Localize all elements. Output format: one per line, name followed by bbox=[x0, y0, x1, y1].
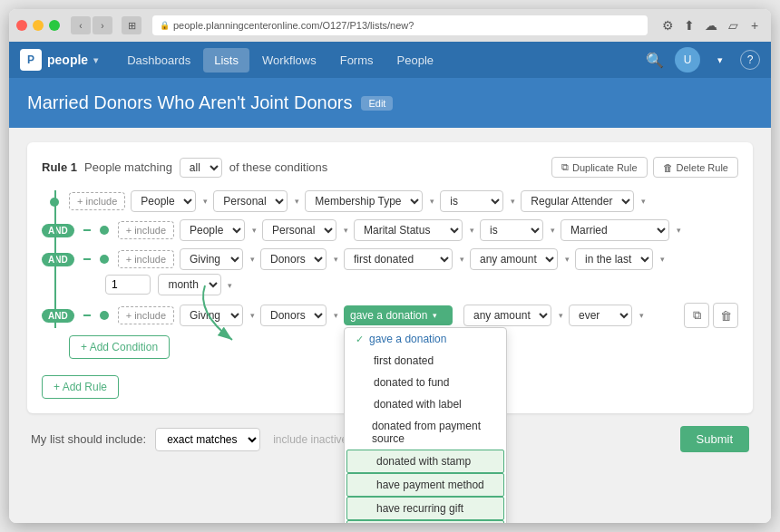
people-logo-icon: P bbox=[20, 49, 42, 71]
col2-select-2[interactable]: Personal bbox=[262, 219, 336, 241]
col3-select-1[interactable]: Membership Type bbox=[305, 190, 423, 212]
chevron-icon: ▾ bbox=[203, 197, 208, 206]
dropdown-item-donated-with-stamp[interactable]: donated with stamp bbox=[346, 450, 504, 473]
dropdown-item-have-recurring-gift[interactable]: have recurring gift bbox=[346, 497, 504, 520]
col1-select-2[interactable]: People bbox=[180, 219, 245, 241]
share-icon[interactable]: ⬆ bbox=[680, 16, 698, 34]
page-title: Married Donors Who Aren't Joint Donors bbox=[27, 92, 352, 113]
chevron-icon: ▾ bbox=[511, 197, 515, 206]
operator-select-1[interactable]: is bbox=[440, 190, 503, 212]
value-select-3[interactable]: in the last bbox=[575, 248, 653, 270]
include-button-3[interactable]: + include bbox=[118, 250, 174, 268]
operator-select-3[interactable]: any amount bbox=[470, 248, 558, 270]
rule-actions: ⧉ Duplicate Rule 🗑 Delete Rule bbox=[551, 157, 738, 178]
exact-matches-select[interactable]: exact matches bbox=[155, 428, 260, 451]
chevron-icon: ▾ bbox=[551, 226, 555, 235]
dropdown-item-are-joint-donors[interactable]: are joint donors bbox=[346, 520, 504, 523]
conditions-label: of these conditions bbox=[229, 160, 327, 174]
nav-forms[interactable]: Forms bbox=[329, 48, 385, 73]
chevron-icon: ▾ bbox=[334, 255, 338, 264]
chevron-icon: ▾ bbox=[250, 255, 255, 264]
sidebar-icon[interactable]: ▱ bbox=[724, 16, 742, 34]
dropdown-item-first-donated[interactable]: first donated bbox=[345, 350, 506, 372]
condition-row-3: AND + include Giving ▾ Donors ▾ bbox=[42, 248, 738, 270]
submit-button[interactable]: Submit bbox=[680, 426, 749, 452]
address-bar: 🔒 people.planningcenteronline.com/O127/P… bbox=[152, 15, 648, 35]
app-logo: P people ▾ bbox=[20, 49, 98, 71]
chevron-icon: ▾ bbox=[460, 255, 464, 264]
dropdown-item-donated-from-payment[interactable]: donated from payment source bbox=[345, 415, 506, 450]
nav-actions: 🔍 U ▾ ? bbox=[642, 47, 760, 73]
duplicate-rule-button[interactable]: ⧉ Duplicate Rule bbox=[551, 157, 648, 178]
col1-select-1[interactable]: People bbox=[131, 190, 196, 212]
col3-select-3[interactable]: first donated bbox=[344, 248, 453, 270]
value-select-1[interactable]: Regular Attender bbox=[521, 190, 634, 212]
nav-lists[interactable]: Lists bbox=[203, 48, 249, 73]
value-select-2[interactable]: Married bbox=[561, 219, 669, 241]
dropdown-item-have-payment-method[interactable]: have payment method bbox=[346, 473, 504, 497]
include-button-4[interactable]: + include bbox=[118, 306, 174, 324]
help-icon[interactable]: ? bbox=[740, 50, 760, 70]
and-badge-3: AND bbox=[42, 253, 74, 266]
operator-select-4[interactable]: any amount bbox=[463, 305, 551, 326]
settings-icon[interactable]: ⚙ bbox=[658, 16, 677, 34]
add-condition-button[interactable]: + Add Condition bbox=[69, 335, 170, 359]
layout-button[interactable]: ⊞ bbox=[122, 16, 141, 34]
col1-select-3[interactable]: Giving bbox=[180, 248, 243, 270]
chevron-icon: ▾ bbox=[639, 311, 644, 320]
col3-select-4-open[interactable]: gave a donation ▾ bbox=[344, 305, 453, 325]
chevron-icon: ▾ bbox=[344, 226, 348, 235]
forward-button[interactable]: › bbox=[93, 16, 112, 34]
delete-rule-button[interactable]: 🗑 Delete Rule bbox=[653, 157, 738, 178]
chevron-icon: ▾ bbox=[334, 311, 338, 320]
page-header: Married Donors Who Aren't Joint Donors E… bbox=[9, 78, 771, 128]
matching-select[interactable]: all bbox=[180, 158, 222, 178]
people-matching-label: People matching bbox=[84, 160, 172, 174]
include-button-2[interactable]: + include bbox=[118, 221, 174, 239]
chevron-icon: ▾ bbox=[559, 311, 563, 320]
number-input-3[interactable] bbox=[105, 275, 151, 295]
col3-select-2[interactable]: Marital Status bbox=[354, 219, 463, 241]
browser-window: ‹ › ⊞ 🔒 people.planningcenteronline.com/… bbox=[9, 9, 771, 523]
chevron-icon: ▾ bbox=[430, 197, 434, 206]
col2-select-1[interactable]: Personal bbox=[213, 190, 288, 212]
minimize-button[interactable] bbox=[33, 20, 44, 31]
chevron-icon: ▾ bbox=[433, 311, 437, 320]
close-button[interactable] bbox=[16, 20, 27, 31]
chevron-icon: ▾ bbox=[470, 226, 474, 235]
maximize-button[interactable] bbox=[49, 20, 60, 31]
operator-select-2[interactable]: is bbox=[480, 219, 543, 241]
nav-people[interactable]: People bbox=[386, 48, 444, 73]
content-area: Rule 1 People matching all of these cond… bbox=[9, 128, 771, 523]
rule-header: Rule 1 People matching all of these cond… bbox=[42, 157, 738, 178]
traffic-lights bbox=[16, 20, 60, 31]
chevron-down-icon[interactable]: ▾ bbox=[707, 47, 733, 73]
chevron-icon: ▾ bbox=[660, 255, 665, 264]
app-name: people bbox=[47, 53, 88, 67]
dropdown-item-donated-to-fund[interactable]: donated to fund bbox=[345, 372, 506, 393]
include-button-1[interactable]: + include bbox=[69, 192, 125, 210]
and-badge-2: AND bbox=[42, 224, 74, 237]
add-tab-icon[interactable]: + bbox=[746, 16, 764, 34]
chevron-down-icon[interactable]: ▾ bbox=[93, 55, 98, 65]
url-text: people.planningcenteronline.com/O127/P13… bbox=[173, 20, 414, 31]
condition-row-2: AND + include People ▾ Personal ▾ Marita… bbox=[42, 219, 738, 241]
dropdown-item-donated-with-label[interactable]: donated with label bbox=[345, 393, 506, 415]
avatar[interactable]: U bbox=[675, 47, 700, 73]
search-icon[interactable]: 🔍 bbox=[642, 47, 668, 73]
edit-button[interactable]: Edit bbox=[361, 96, 393, 111]
chevron-icon: ▾ bbox=[565, 255, 570, 264]
chevron-icon: ▾ bbox=[677, 226, 681, 235]
browser-actions: ⚙ ⬆ ☁ ▱ + bbox=[658, 16, 764, 34]
nav-workflows[interactable]: Workflows bbox=[251, 48, 327, 73]
bookmark-icon[interactable]: ☁ bbox=[702, 16, 720, 34]
nav-dashboards[interactable]: Dashboards bbox=[116, 48, 201, 73]
back-button[interactable]: ‹ bbox=[71, 16, 91, 34]
col2-select-3[interactable]: Donors bbox=[260, 248, 327, 270]
add-rule-button[interactable]: + Add Rule bbox=[42, 375, 119, 399]
copy-condition-button[interactable]: ⧉ bbox=[684, 303, 709, 328]
dropdown-item-gave-donation[interactable]: ✓ gave a donation bbox=[345, 328, 506, 350]
delete-condition-button[interactable]: 🗑 bbox=[713, 303, 738, 328]
condition-row-3-wrapper: AND + include Giving ▾ Donors ▾ bbox=[42, 248, 738, 295]
value-select-4[interactable]: ever bbox=[569, 305, 632, 326]
